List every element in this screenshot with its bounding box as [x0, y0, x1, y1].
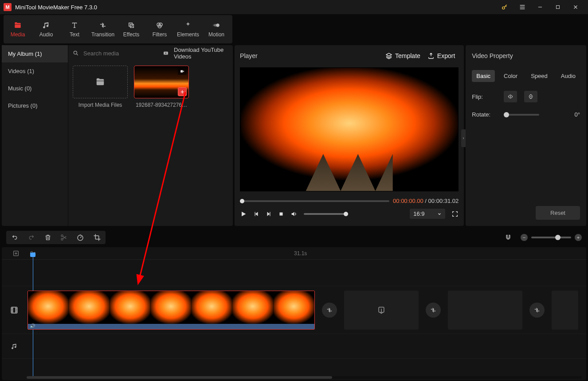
music-note-icon — [42, 21, 50, 30]
tab-media[interactable]: Media — [4, 15, 32, 43]
svg-rect-13 — [280, 212, 283, 215]
music-track[interactable] — [2, 334, 586, 359]
snap-icon[interactable] — [505, 234, 512, 241]
redo-button[interactable] — [27, 234, 35, 241]
download-youtube-link[interactable]: Download YouTube Videos — [174, 47, 228, 60]
svg-point-0 — [502, 7, 505, 9]
tab-audio[interactable]: Audio — [32, 15, 60, 43]
empty-clip-slot[interactable] — [344, 291, 419, 330]
titlebar: M MiniTool MovieMaker Free 7.3.0 — [0, 0, 588, 14]
zoom-in-button[interactable]: + — [575, 234, 582, 241]
stop-button[interactable] — [278, 211, 284, 217]
template-button[interactable]: Template — [382, 50, 424, 62]
speed-button[interactable] — [76, 233, 84, 241]
text-icon — [71, 21, 78, 30]
preview-frame — [241, 68, 458, 191]
svg-point-9 — [213, 24, 215, 27]
category-pictures[interactable]: Pictures (0) — [2, 97, 68, 114]
transition-icon — [99, 21, 107, 30]
key-icon[interactable] — [496, 0, 514, 14]
chevron-down-icon — [437, 212, 442, 216]
add-track-icon[interactable] — [12, 250, 20, 257]
category-my-album[interactable]: My Album (1) — [2, 45, 68, 62]
tab-audio-prop[interactable]: Audio — [557, 70, 580, 82]
timeline-scrollbar[interactable] — [27, 376, 582, 379]
minimize-button[interactable] — [531, 0, 549, 14]
next-frame-button[interactable] — [266, 211, 272, 217]
clip-label: 192687-893427276… — [134, 102, 189, 108]
speaker-icon: 🔊 — [30, 323, 35, 328]
progress-bar[interactable] — [240, 200, 389, 202]
properties-title: Video Property — [472, 50, 580, 62]
category-music[interactable]: Music (0) — [2, 80, 68, 97]
tab-motion[interactable]: Motion — [202, 15, 231, 43]
rotate-label: Rotate: — [472, 111, 497, 118]
collapse-handle[interactable] — [461, 129, 466, 147]
timeline-toolbar: − + — [2, 229, 586, 246]
properties-panel: Video Property Basic Color Speed Audio F… — [466, 45, 586, 226]
fullscreen-button[interactable] — [451, 210, 459, 218]
tab-effects[interactable]: Effects — [117, 15, 145, 43]
transition-slot[interactable] — [426, 303, 441, 318]
filters-icon — [156, 21, 164, 30]
tab-basic[interactable]: Basic — [472, 70, 495, 82]
tab-label: Filters — [153, 31, 167, 38]
zoom-out-button[interactable]: − — [521, 234, 528, 241]
tab-transition[interactable]: Transition — [89, 15, 117, 43]
search-input[interactable] — [83, 50, 158, 57]
maximize-button[interactable] — [549, 0, 567, 14]
empty-clip-slot[interactable] — [552, 291, 578, 330]
reset-button[interactable]: Reset — [536, 206, 580, 220]
export-button[interactable]: Export — [424, 50, 459, 62]
video-badge-icon — [178, 68, 187, 75]
svg-point-15 — [61, 238, 63, 240]
ruler-mark-mid: 31.1s — [294, 250, 307, 257]
tab-filters[interactable]: Filters — [145, 15, 174, 43]
svg-point-10 — [74, 51, 77, 54]
player-panel: Player Template Export 00:00:00.00 / 00:… — [235, 45, 464, 226]
tab-label: Transition — [91, 31, 114, 38]
aspect-ratio-select[interactable]: 16:9 — [410, 209, 445, 219]
effects-icon — [127, 21, 135, 30]
flip-label: Flip: — [472, 93, 497, 100]
undo-button[interactable] — [11, 234, 19, 241]
import-media-tile[interactable]: Import Media Files — [73, 66, 128, 108]
tab-elements[interactable]: Elements — [174, 15, 202, 43]
volume-icon[interactable] — [290, 210, 298, 218]
play-button[interactable] — [240, 210, 247, 218]
split-button[interactable] — [60, 233, 67, 241]
category-videos[interactable]: Videos (1) — [2, 62, 68, 80]
zoom-slider[interactable] — [531, 237, 571, 238]
flip-vertical-button[interactable] — [524, 91, 537, 102]
tab-label: Text — [70, 31, 79, 38]
rotate-slider[interactable] — [504, 114, 539, 116]
tab-label: Elements — [177, 31, 199, 38]
tab-speed[interactable]: Speed — [526, 70, 552, 82]
import-label: Import Media Files — [73, 102, 128, 108]
video-track[interactable]: 🔊 — [2, 286, 586, 334]
crop-button[interactable] — [93, 233, 101, 241]
transition-slot[interactable] — [322, 303, 337, 318]
video-clip[interactable]: 🔊 — [27, 291, 315, 330]
search-icon — [73, 50, 79, 56]
delete-button[interactable] — [44, 233, 51, 241]
empty-clip-slot[interactable] — [448, 291, 522, 330]
add-to-timeline-button[interactable]: + — [178, 87, 187, 96]
preview-area — [240, 67, 459, 191]
music-note-icon — [11, 342, 18, 350]
transition-slot[interactable] — [529, 303, 545, 318]
sparkle-icon — [184, 21, 192, 30]
tab-color[interactable]: Color — [499, 70, 522, 82]
prev-frame-button[interactable] — [253, 211, 259, 217]
timeline-ruler[interactable]: 0s 31.1s — [2, 247, 586, 260]
media-clip-tile[interactable]: + 192687-893427276… — [134, 66, 189, 108]
close-button[interactable] — [567, 0, 584, 14]
tab-text[interactable]: Text — [60, 15, 89, 43]
svg-rect-12 — [180, 70, 183, 73]
overlay-track[interactable] — [2, 260, 586, 286]
volume-slider[interactable] — [304, 213, 348, 215]
menu-icon[interactable] — [514, 0, 531, 14]
flip-horizontal-button[interactable] — [504, 91, 517, 102]
export-icon — [427, 52, 435, 59]
svg-point-14 — [61, 235, 63, 237]
